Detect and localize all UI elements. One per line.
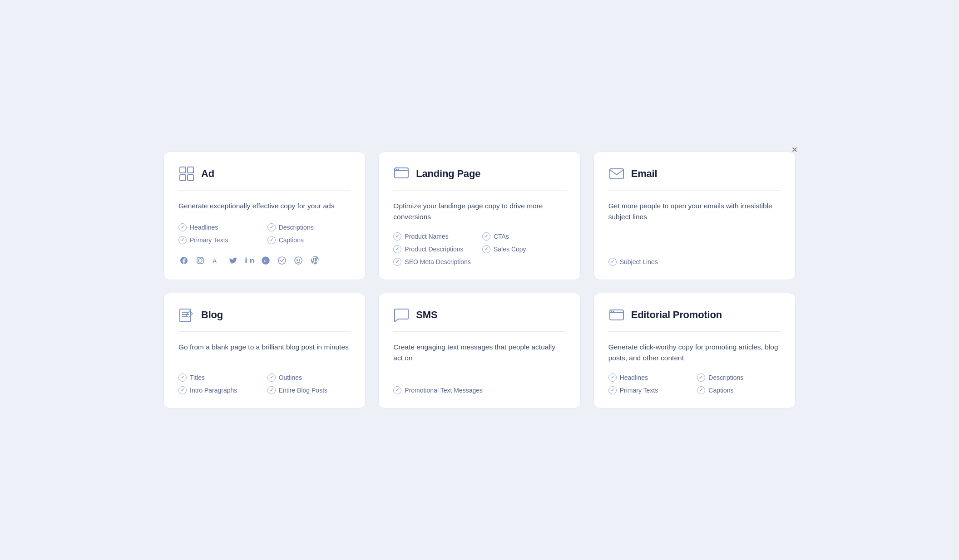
reddit-icon: r/ (260, 255, 271, 266)
card-header-landing: Landing Page (393, 166, 565, 191)
check-icon (482, 245, 490, 253)
cards-grid: Ad Generate exceptionally effective copy… (162, 147, 797, 413)
sms-icon (393, 307, 410, 323)
feature-ctas: CTAs (482, 232, 566, 241)
svg-point-11 (278, 257, 286, 264)
feature-headlines: Headlines (178, 223, 262, 231)
check-icon (393, 386, 401, 394)
feature-product-descriptions: Product Descriptions (393, 245, 477, 253)
card-desc-landing: Optimize your landinge page copy to driv… (393, 201, 565, 222)
features-editorial: Headlines Descriptions Primary Texts Cap… (608, 373, 781, 394)
close-button[interactable]: × (787, 142, 802, 157)
card-desc-sms: Create engaging text messages that peopl… (393, 342, 565, 376)
card-desc-ad: Generate exceptionally effective copy fo… (178, 201, 351, 213)
feature-outlines: Outlines (267, 373, 351, 382)
ad-icon (178, 166, 195, 182)
card-header-email: Email (608, 166, 781, 191)
svg-rect-0 (180, 167, 186, 173)
amazon-icon: A (211, 255, 222, 266)
feature-entire-blog-posts: Entire Blog Posts (267, 386, 351, 394)
check-icon (267, 386, 276, 394)
card-ad[interactable]: Ad Generate exceptionally effective copy… (163, 152, 366, 280)
card-title-email: Email (631, 168, 657, 180)
editorial-icon (608, 307, 625, 323)
instagram-icon (195, 255, 206, 266)
features-sms: Promotional Text Messages (393, 386, 565, 394)
svg-text:r/: r/ (264, 259, 267, 263)
check-icon (178, 236, 187, 244)
svg-point-6 (202, 258, 203, 259)
check-icon (267, 373, 276, 382)
svg-rect-3 (188, 175, 193, 181)
twitter-icon (227, 255, 238, 266)
card-title-ad: Ad (201, 168, 214, 180)
feature-primary-texts: Primary Texts (178, 236, 262, 244)
svg-point-14 (299, 260, 300, 260)
social-icons-ad: A r/ (178, 255, 351, 266)
feature-ep-headlines: Headlines (608, 373, 692, 382)
card-header-editorial: Editorial Promotion (608, 307, 781, 332)
card-desc-editorial: Generate click-worthy copy for promoting… (608, 342, 781, 364)
check-icon (178, 373, 187, 382)
card-title-blog: Blog (201, 309, 223, 321)
modal-wrapper: × Ad Generate exceptionally effective co… (162, 147, 797, 413)
features-landing: Product Names CTAs Product Descriptions … (393, 232, 565, 266)
check-icon (608, 386, 617, 394)
card-header-ad: Ad (178, 166, 351, 191)
svg-point-21 (611, 311, 612, 312)
card-editorial-promotion[interactable]: Editorial Promotion Generate click-worth… (593, 293, 796, 408)
feature-captions: Captions (267, 236, 351, 244)
card-title-sms: SMS (416, 309, 437, 321)
check-icon (178, 223, 187, 231)
feature-seo-meta: SEO Meta Descriptions (393, 258, 565, 266)
svg-text:A: A (213, 257, 217, 265)
card-desc-email: Get more people to open your emails with… (608, 201, 781, 248)
card-blog[interactable]: Blog Go from a blank page to a brilliant… (163, 293, 366, 408)
feature-ep-captions: Captions (697, 386, 781, 394)
feature-product-names: Product Names (393, 232, 477, 241)
check-icon (393, 232, 401, 241)
feature-ep-descriptions: Descriptions (697, 373, 781, 382)
check-icon (697, 373, 705, 382)
features-blog: Titles Outlines Intro Paragraphs Entire … (178, 373, 351, 394)
card-desc-blog: Go from a blank page to a brilliant blog… (178, 342, 351, 364)
svg-rect-1 (188, 167, 193, 173)
card-sms[interactable]: SMS Create engaging text messages that p… (378, 293, 580, 408)
card-email[interactable]: Email Get more people to open your email… (593, 152, 796, 280)
facebook-icon (178, 255, 189, 266)
card-title-landing: Landing Page (416, 168, 480, 180)
check-icon (178, 386, 187, 394)
verify-icon (277, 255, 287, 266)
svg-rect-2 (180, 175, 186, 181)
feature-sales-copy: Sales Copy (482, 245, 566, 253)
check-icon (697, 386, 705, 394)
card-landing-page[interactable]: Landing Page Optimize your landinge page… (378, 152, 580, 280)
feature-subject-lines: Subject Lines (608, 258, 781, 266)
svg-point-16 (396, 168, 397, 170)
svg-point-13 (297, 260, 298, 260)
check-icon (393, 245, 401, 253)
svg-rect-19 (180, 309, 191, 322)
check-icon (393, 258, 401, 266)
features-ad: Headlines Descriptions Primary Texts Cap… (178, 223, 351, 244)
feature-ep-primary-texts: Primary Texts (608, 386, 692, 394)
check-icon (482, 232, 490, 241)
face-icon (293, 255, 304, 266)
card-header-sms: SMS (393, 307, 565, 332)
card-title-editorial: Editorial Promotion (631, 309, 722, 321)
svg-point-5 (198, 259, 202, 262)
features-email: Subject Lines (608, 258, 781, 266)
linkedin-icon (244, 255, 255, 266)
svg-rect-18 (610, 169, 623, 179)
blog-icon (178, 307, 195, 323)
svg-point-17 (398, 168, 399, 170)
feature-promotional-texts: Promotional Text Messages (393, 386, 565, 394)
landing-icon (393, 166, 410, 182)
svg-point-22 (613, 311, 614, 312)
card-header-blog: Blog (178, 307, 351, 332)
feature-titles: Titles (178, 373, 262, 382)
email-icon (608, 166, 625, 182)
check-icon (608, 373, 617, 382)
check-icon (608, 258, 617, 266)
check-icon (267, 236, 276, 244)
